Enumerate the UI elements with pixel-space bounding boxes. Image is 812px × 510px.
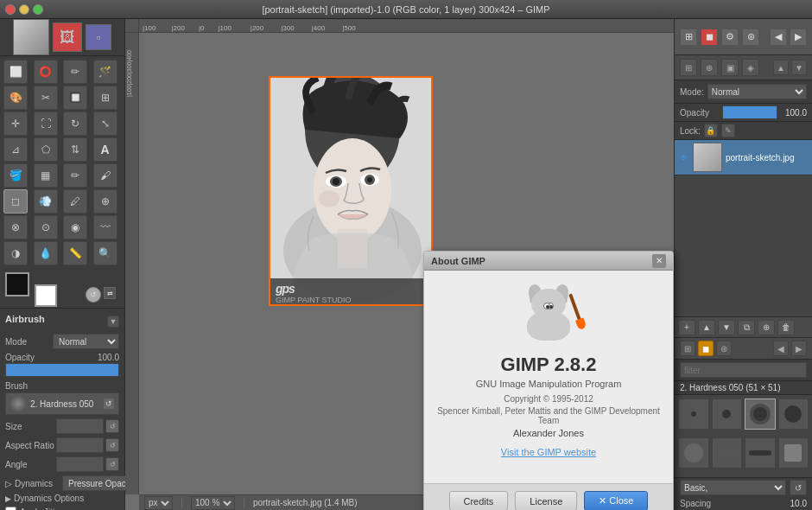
tool-bucket-fill[interactable]: 🪣 bbox=[3, 163, 28, 188]
brushes-icon-3[interactable]: ⊛ bbox=[716, 341, 732, 356]
layer-new-button[interactable]: + bbox=[678, 320, 695, 335]
about-dialog-close-icon[interactable]: ✕ bbox=[652, 254, 666, 268]
swap-colors[interactable]: ⇄ bbox=[104, 287, 116, 299]
size-reset[interactable]: ↺ bbox=[105, 419, 119, 433]
brush-item-6[interactable] bbox=[712, 437, 743, 469]
about-credits-button[interactable]: Credits bbox=[449, 491, 509, 510]
mode-select[interactable]: Normal bbox=[53, 334, 119, 349]
brush-item-4[interactable] bbox=[778, 398, 809, 430]
layer-lower-button[interactable]: ▼ bbox=[718, 320, 735, 335]
tool-dodge-burn[interactable]: ◑ bbox=[3, 241, 28, 265]
zoom-select[interactable]: 100 % bbox=[191, 496, 235, 510]
about-close-button[interactable]: ✕ Close bbox=[584, 491, 648, 510]
layers-icon-1[interactable]: ⊞ bbox=[680, 59, 697, 76]
lock-draw-icon[interactable]: ✎ bbox=[721, 124, 735, 137]
reset-colors[interactable]: ↺ bbox=[86, 287, 101, 303]
tool-rect-select[interactable]: ⬜ bbox=[3, 60, 28, 84]
tool-rotate[interactable]: ↻ bbox=[63, 112, 87, 136]
brush-item-1[interactable] bbox=[678, 398, 709, 430]
tool-pencil[interactable]: ✏ bbox=[63, 163, 87, 188]
layer-raise-button[interactable]: ▲ bbox=[698, 320, 715, 335]
layer-duplicate-button[interactable]: ⧉ bbox=[738, 320, 755, 335]
tooloptions-menu[interactable]: ▼ bbox=[107, 316, 119, 328]
tool-text[interactable]: A bbox=[93, 137, 117, 162]
layers-icon-2[interactable]: ⊕ bbox=[701, 59, 718, 76]
foreground-color[interactable] bbox=[5, 272, 29, 296]
tool-heal[interactable]: ⊗ bbox=[3, 215, 28, 239]
tool-airbrush[interactable]: 💨 bbox=[34, 189, 58, 214]
nav-left-icon[interactable]: ◀ bbox=[770, 29, 787, 46]
brushes-nav-next[interactable]: ▶ bbox=[791, 341, 807, 356]
layers-nav-down[interactable]: ▼ bbox=[791, 60, 807, 75]
brushes-icon-2[interactable]: ◼ bbox=[698, 341, 714, 356]
angle-input[interactable]: 0.00 bbox=[56, 456, 104, 472]
brush-item-2[interactable] bbox=[712, 398, 743, 430]
tool-fuzzy-select[interactable]: 🪄 bbox=[93, 60, 117, 84]
tool-scale[interactable]: ⤡ bbox=[93, 112, 117, 136]
close-button[interactable] bbox=[5, 4, 16, 15]
tool-flip[interactable]: ⇅ bbox=[63, 137, 87, 162]
tool-free-select[interactable]: ✏ bbox=[63, 60, 87, 84]
tool-measure[interactable]: 📏 bbox=[63, 241, 87, 265]
background-color[interactable] bbox=[35, 284, 57, 307]
layers-nav-up[interactable]: ▲ bbox=[773, 60, 789, 75]
unit-select[interactable]: px bbox=[144, 496, 173, 510]
brushes-category-select[interactable]: Basic, bbox=[680, 480, 786, 495]
tool-select-by-color[interactable]: 🎨 bbox=[3, 86, 28, 110]
layer-delete-button[interactable]: 🗑 bbox=[777, 320, 795, 335]
right-icon-3[interactable]: ⚙ bbox=[721, 29, 739, 46]
tool-move[interactable]: ✛ bbox=[3, 112, 28, 136]
opacity-slider[interactable] bbox=[5, 363, 119, 377]
lock-alpha-icon[interactable]: 🔒 bbox=[704, 124, 718, 137]
aspect-reset[interactable]: ↺ bbox=[105, 438, 119, 452]
tool-perspective[interactable]: ⬠ bbox=[34, 137, 58, 162]
dynamics-options-title[interactable]: ▶ Dynamics Options bbox=[5, 494, 119, 503]
tool-thumb-1[interactable] bbox=[13, 19, 49, 55]
brush-item-5[interactable] bbox=[678, 437, 709, 469]
size-input[interactable]: 20.00 bbox=[56, 418, 104, 434]
right-icon-1[interactable]: ⊞ bbox=[680, 29, 697, 46]
tool-shear[interactable]: ⊿ bbox=[3, 137, 28, 162]
aspect-input[interactable]: 0.00 bbox=[56, 437, 104, 453]
about-license-button[interactable]: License bbox=[515, 491, 577, 510]
tool-paintbrush[interactable]: 🖌 bbox=[93, 163, 117, 188]
brushes-filter-input[interactable] bbox=[680, 362, 807, 378]
angle-reset[interactable]: ↺ bbox=[105, 457, 119, 471]
tool-perspective-clone[interactable]: ⊙ bbox=[34, 215, 58, 239]
brush-item-8[interactable] bbox=[778, 437, 809, 469]
brush-preview[interactable]: 2. Hardness 050 ↺ bbox=[5, 392, 119, 415]
tool-blend[interactable]: ▦ bbox=[34, 163, 58, 188]
layers-mode-select[interactable]: Normal bbox=[707, 84, 807, 99]
layers-icon-3[interactable]: ▣ bbox=[721, 59, 739, 76]
tool-scissors[interactable]: ✂ bbox=[34, 86, 58, 110]
layer-anchor-button[interactable]: ⊕ bbox=[758, 320, 775, 335]
brushes-icon-1[interactable]: ⊞ bbox=[680, 341, 695, 356]
brush-item-7[interactable] bbox=[745, 437, 776, 469]
layer-visibility-icon[interactable]: 👁 bbox=[678, 151, 690, 163]
tool-ellipse-select[interactable]: ⭕ bbox=[34, 60, 58, 84]
right-icon-2[interactable]: ◼ bbox=[701, 29, 718, 46]
maximize-button[interactable] bbox=[33, 4, 43, 15]
tool-blur-sharpen[interactable]: ◉ bbox=[63, 215, 87, 239]
layers-opacity-slider[interactable] bbox=[722, 105, 777, 119]
apply-jitter-checkbox[interactable] bbox=[5, 507, 16, 510]
minimize-button[interactable] bbox=[19, 4, 29, 15]
tool-foreground-select[interactable]: 🔲 bbox=[63, 86, 87, 110]
brushes-nav-prev[interactable]: ◀ bbox=[773, 341, 789, 356]
brush-reset-icon[interactable]: ↺ bbox=[103, 398, 115, 410]
tool-zoom[interactable]: 🔍 bbox=[93, 241, 117, 265]
tool-smudge[interactable]: 〰 bbox=[93, 215, 117, 239]
nav-right-icon[interactable]: ▶ bbox=[790, 29, 807, 46]
right-icon-4[interactable]: ⊛ bbox=[742, 29, 759, 46]
tool-thumb-2[interactable]: 🖼 bbox=[53, 22, 82, 52]
tool-align[interactable]: ⊞ bbox=[93, 86, 117, 110]
brush-item-3[interactable] bbox=[745, 398, 776, 430]
tool-thumb-3[interactable]: ▫ bbox=[86, 24, 111, 50]
tool-ink[interactable]: 🖊 bbox=[63, 189, 87, 214]
tool-color-picker[interactable]: 💧 bbox=[34, 241, 58, 265]
layer-item[interactable]: 👁 portrait-sketch.jpg bbox=[675, 140, 812, 175]
tool-crop[interactable]: ⛶ bbox=[34, 112, 58, 136]
brushes-refresh[interactable]: ↺ bbox=[790, 480, 807, 495]
tool-eraser[interactable]: ◻ bbox=[3, 189, 28, 214]
about-website-link[interactable]: Visit the GIMP website bbox=[435, 447, 663, 457]
